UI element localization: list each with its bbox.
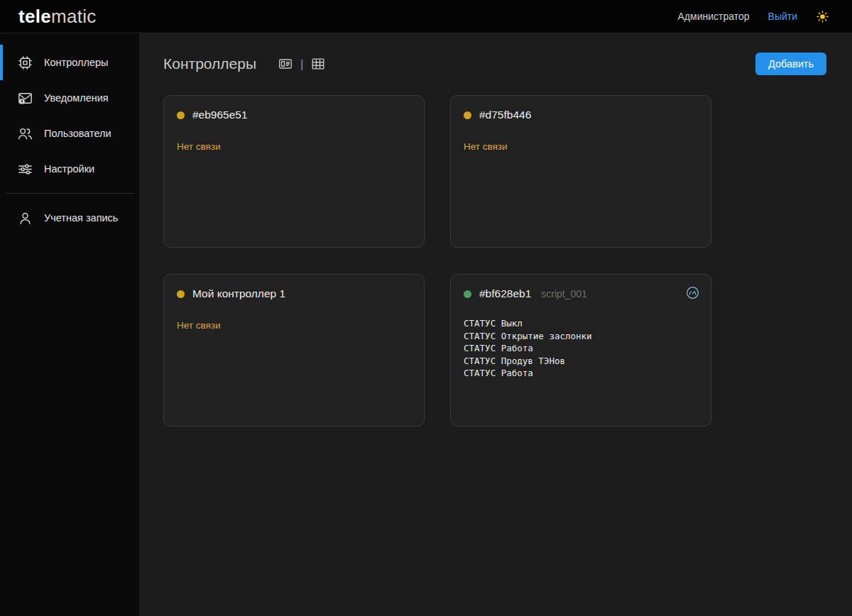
- chip-icon: [16, 54, 33, 71]
- app-logo: telematic: [0, 7, 97, 26]
- topbar-right: Администратор Выйти: [678, 10, 852, 23]
- card-header: #eb965e51: [177, 109, 411, 121]
- status-line: СТАТУС Работа: [464, 342, 698, 355]
- sidebar-item-label: Учетная запись: [44, 212, 118, 224]
- table-view-icon[interactable]: [310, 56, 326, 72]
- controller-card[interactable]: #bf628eb1 script_001 СТАТУС Выкл СТАТУС …: [450, 274, 711, 427]
- logout-link[interactable]: Выйти: [768, 11, 797, 22]
- status-line: СТАТУС Работа: [464, 367, 698, 380]
- sidebar-item-label: Пользователи: [44, 128, 111, 139]
- sidebar-item-settings[interactable]: Настройки: [0, 151, 139, 187]
- controller-card[interactable]: Мой контроллер 1 Нет связи: [163, 274, 425, 427]
- status-line: СТАТУС Открытие заслонки: [464, 330, 698, 343]
- connection-status: Нет связи: [177, 320, 411, 331]
- logo-text-bold: tele: [18, 6, 51, 27]
- status-dot: [177, 111, 185, 119]
- card-header: Мой контроллер 1: [177, 287, 411, 300]
- main-header: Контроллеры | Добавить: [139, 33, 852, 75]
- page-title: Контроллеры: [163, 55, 256, 72]
- theme-toggle-sun-icon[interactable]: [816, 10, 829, 23]
- mail-notification-icon: [16, 89, 33, 106]
- status-dot: [177, 290, 185, 298]
- sidebar-item-label: Настройки: [44, 163, 94, 175]
- status-dot: [464, 290, 471, 298]
- controller-script-name: script_001: [541, 288, 587, 299]
- users-icon: [16, 125, 33, 142]
- sidebar: Контроллеры Уведомления: [0, 33, 139, 616]
- sidebar-item-notifications[interactable]: Уведомления: [0, 80, 139, 116]
- sliders-icon: [16, 160, 33, 177]
- sidebar-item-controllers[interactable]: Контроллеры: [0, 45, 139, 80]
- connection-status: Нет связи: [464, 141, 698, 152]
- status-line: СТАТУС Продув ТЭНов: [464, 355, 698, 368]
- sidebar-item-account[interactable]: Учетная запись: [0, 200, 139, 236]
- topbar: telematic Администратор Выйти: [0, 0, 852, 33]
- person-icon: [16, 209, 33, 226]
- toggle-separator: |: [300, 58, 303, 70]
- controllers-grid: #eb965e51 Нет связи #d75fb446 Нет связи …: [139, 75, 852, 427]
- user-role-label: Администратор: [678, 11, 750, 22]
- controller-name: #d75fb446: [479, 109, 531, 121]
- controller-card[interactable]: #d75fb446 Нет связи: [450, 95, 711, 248]
- controller-name: Мой контроллер 1: [192, 287, 285, 300]
- sidebar-item-users[interactable]: Пользователи: [0, 116, 139, 151]
- status-log: СТАТУС Выкл СТАТУС Открытие заслонки СТА…: [464, 317, 698, 380]
- card-view-icon[interactable]: [278, 56, 293, 72]
- gauge-icon[interactable]: [685, 285, 700, 300]
- sidebar-divider: [6, 193, 133, 194]
- sidebar-item-label: Уведомления: [44, 92, 109, 104]
- sidebar-item-label: Контроллеры: [44, 57, 108, 68]
- app-window: telematic Администратор Выйти Контролл: [0, 0, 852, 616]
- controller-name: #bf628eb1: [479, 287, 531, 300]
- card-header: #d75fb446: [464, 109, 698, 121]
- add-controller-button[interactable]: Добавить: [755, 53, 826, 75]
- main-content: Контроллеры | Добавить: [139, 33, 852, 616]
- logo-text-light: matic: [51, 6, 97, 27]
- status-dot: [464, 111, 471, 119]
- card-header: #bf628eb1 script_001: [464, 287, 698, 300]
- connection-status: Нет связи: [177, 141, 411, 152]
- view-toggles: |: [278, 56, 326, 72]
- status-line: СТАТУС Выкл: [464, 317, 698, 330]
- controller-card[interactable]: #eb965e51 Нет связи: [163, 95, 425, 248]
- controller-name: #eb965e51: [192, 109, 248, 121]
